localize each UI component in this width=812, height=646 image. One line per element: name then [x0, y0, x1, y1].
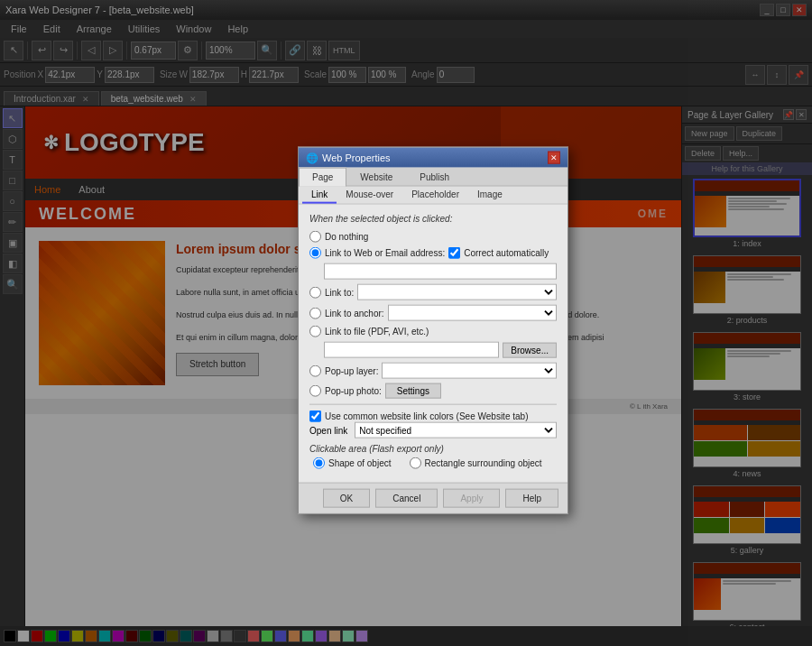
section-title: When the selected object is clicked:: [309, 214, 557, 224]
radio-do-nothing-row: Do nothing: [309, 231, 557, 243]
dialog-title: Web Properties: [322, 152, 391, 163]
clickable-title: Clickable area (Flash export only): [309, 444, 557, 454]
website-colors-checkbox[interactable]: [309, 411, 321, 422]
link-file-row: Browse...: [324, 342, 557, 358]
radio-link-file-label: Link to file (PDF, AVI, etc.): [325, 327, 429, 337]
radio-do-nothing-label: Do nothing: [325, 232, 368, 242]
radio-rectangle-label: Rectangle surrounding object: [425, 458, 542, 468]
dialog-footer: OK Cancel Apply Help: [299, 483, 567, 513]
radio-link-file-row: Link to file (PDF, AVI, etc.): [309, 326, 557, 337]
open-link-row: Open link Not specified _blank _self _pa…: [309, 422, 557, 438]
dialog-subtab-link[interactable]: Link: [302, 187, 337, 204]
clickable-radios: Shape of object Rectangle surrounding ob…: [313, 457, 557, 474]
dialog-tab-page[interactable]: Page: [299, 168, 346, 187]
radio-popup-layer-row: Pop-up layer:: [309, 363, 557, 379]
radio-link-web-label: Link to Web or Email address:: [325, 248, 445, 258]
correct-auto-checkbox[interactable]: [448, 247, 460, 259]
radio-rectangle[interactable]: [410, 457, 421, 469]
open-link-label: Open link: [309, 425, 347, 435]
correct-auto-label: Correct automatically: [464, 248, 549, 258]
help-btn[interactable]: Help: [505, 489, 558, 508]
radio-do-nothing[interactable]: [309, 231, 321, 243]
link-url-input[interactable]: [324, 263, 557, 280]
radio-popup-photo[interactable]: [309, 385, 321, 397]
radio-popup-photo-row: Pop-up photo: Settings: [309, 383, 557, 399]
cancel-btn[interactable]: Cancel: [375, 489, 438, 508]
radio-link-web[interactable]: [309, 247, 321, 259]
clickable-rect-row: Rectangle surrounding object: [410, 457, 542, 469]
radio-link-anchor[interactable]: [309, 307, 321, 318]
clickable-section: Clickable area (Flash export only) Shape…: [309, 444, 557, 474]
clickable-shape-row: Shape of object: [313, 457, 392, 469]
apply-btn[interactable]: Apply: [443, 489, 500, 508]
web-properties-dialog: 🌐 Web Properties ✕ Page Website Publish …: [298, 147, 568, 514]
browse-btn[interactable]: Browse...: [503, 342, 557, 357]
dialog-icon: 🌐: [306, 152, 318, 163]
radio-shape[interactable]: [313, 457, 325, 469]
radio-link-to-label: Link to:: [325, 287, 354, 297]
radio-link-web-row: Link to Web or Email address: Correct au…: [309, 247, 557, 259]
dialog-subtab-image[interactable]: Image: [468, 187, 512, 204]
radio-link-file[interactable]: [309, 326, 321, 337]
ok-btn[interactable]: OK: [323, 489, 370, 508]
dialog-close-btn[interactable]: ✕: [548, 152, 560, 164]
dialog-body: When the selected object is clicked: Do …: [299, 205, 567, 483]
radio-link-to-row: Link to:: [309, 284, 557, 300]
dialog-subtab-mouseover[interactable]: Mouse-over: [337, 187, 402, 204]
link-to-select[interactable]: [357, 284, 557, 300]
open-link-select[interactable]: Not specified _blank _self _parent _top: [355, 422, 557, 438]
dialog-titlebar: 🌐 Web Properties ✕: [299, 148, 567, 168]
radio-popup-layer-label: Pop-up layer:: [325, 365, 378, 375]
dialog-subtab-placeholder[interactable]: Placeholder: [402, 187, 468, 204]
link-file-input[interactable]: [324, 342, 499, 358]
radio-link-anchor-label: Link to anchor:: [325, 308, 384, 318]
website-colors-row: Use common website link colors (See Webs…: [309, 411, 557, 422]
dialog-sub-tabs: Link Mouse-over Placeholder Image: [299, 187, 567, 205]
radio-popup-layer[interactable]: [309, 365, 321, 376]
link-anchor-select[interactable]: [388, 305, 557, 321]
radio-shape-label: Shape of object: [328, 458, 392, 468]
settings-btn[interactable]: Settings: [385, 383, 441, 399]
link-url-row: [324, 263, 557, 280]
website-colors-label: Use common website link colors (See Webs…: [325, 411, 528, 421]
dialog-tab-website[interactable]: Website: [346, 168, 406, 186]
radio-link-anchor-row: Link to anchor:: [309, 305, 557, 321]
popup-layer-select[interactable]: [382, 363, 557, 379]
dialog-main-tabs: Page Website Publish: [299, 168, 567, 187]
radio-link-to[interactable]: [309, 286, 321, 298]
dialog-tab-publish[interactable]: Publish: [406, 168, 463, 186]
radio-popup-photo-label: Pop-up photo:: [325, 386, 382, 396]
